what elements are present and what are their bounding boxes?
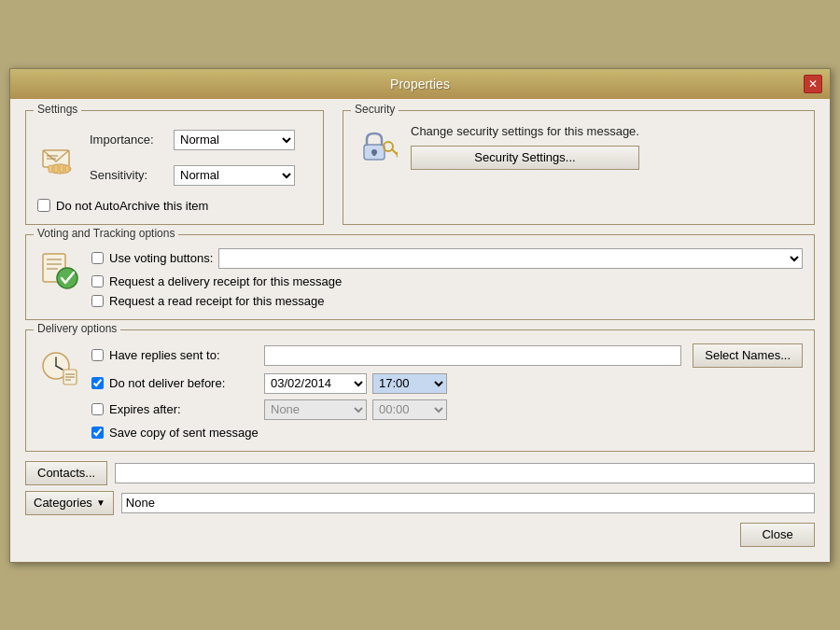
- importance-select[interactable]: Normal Low High: [174, 130, 295, 150]
- footer: Close: [25, 515, 815, 547]
- voting-buttons-select[interactable]: [218, 248, 803, 269]
- voting-select-wrap: [218, 248, 803, 269]
- security-group: Security: [343, 110, 815, 225]
- have-replies-row: Have replies sent to: Select Names...: [91, 343, 803, 368]
- read-receipt-checkbox[interactable]: [91, 295, 104, 307]
- expires-label: Expires after:: [109, 402, 259, 416]
- svg-rect-3: [54, 164, 58, 173]
- save-copy-checkbox[interactable]: [91, 427, 104, 439]
- close-button[interactable]: Close: [740, 523, 815, 547]
- voting-group: Voting and Tracking options: [25, 234, 815, 320]
- voting-legend: Voting and Tracking options: [34, 227, 178, 240]
- settings-inner: Importance: Normal Low High Sensitivity:…: [37, 119, 312, 191]
- autoarchive-checkbox[interactable]: [37, 199, 50, 212]
- categories-dropdown-arrow: ▼: [96, 497, 105, 508]
- settings-fields: Importance: Normal Low High Sensitivity:…: [90, 124, 295, 191]
- do-not-deliver-checkbox[interactable]: [91, 377, 104, 389]
- svg-rect-10: [373, 152, 376, 156]
- security-settings-button[interactable]: Security Settings...: [411, 146, 639, 170]
- svg-point-19: [57, 268, 77, 288]
- delivery-receipt-label: Request a delivery receipt for this mess…: [109, 274, 342, 288]
- delivery-icon: [37, 343, 82, 388]
- security-icon: [355, 124, 399, 169]
- do-not-deliver-date[interactable]: 03/02/2014: [264, 373, 367, 394]
- use-voting-checkbox[interactable]: [91, 252, 104, 264]
- settings-legend: Settings: [34, 103, 81, 116]
- have-replies-checkbox[interactable]: [91, 349, 104, 361]
- delivery-legend: Delivery options: [34, 322, 120, 335]
- expires-row: Expires after: None 00:00: [91, 399, 803, 420]
- categories-input[interactable]: [121, 493, 815, 513]
- read-receipt-label: Request a read receipt for this message: [109, 294, 325, 308]
- security-description: Change security settings for this messag…: [411, 124, 639, 138]
- categories-row: Categories ▼: [25, 491, 815, 515]
- delivery-options: Have replies sent to: Select Names... Do…: [91, 343, 803, 440]
- voting-inner: Use voting buttons: Request a delivery r…: [37, 243, 803, 308]
- categories-button-label: Categories: [34, 496, 92, 510]
- close-icon[interactable]: ✕: [804, 75, 822, 93]
- autoarchive-row: Do not AutoArchive this item: [37, 199, 312, 213]
- title-bar: Properties ✕: [10, 69, 830, 99]
- contacts-input[interactable]: [115, 463, 815, 483]
- have-replies-input[interactable]: [264, 345, 681, 366]
- sensitivity-select[interactable]: Normal Personal Private Confidential: [174, 165, 295, 186]
- svg-rect-4: [60, 164, 63, 173]
- expires-date-select[interactable]: None: [264, 399, 367, 420]
- sensitivity-label: Sensitivity:: [90, 168, 174, 182]
- sensitivity-row: Sensitivity: Normal Personal Private Con…: [90, 165, 295, 186]
- security-inner: Change security settings for this messag…: [355, 119, 803, 170]
- contacts-button[interactable]: Contacts...: [25, 461, 107, 485]
- security-text-area: Change security settings for this messag…: [411, 124, 639, 170]
- voting-options: Use voting buttons: Request a delivery r…: [91, 248, 803, 308]
- security-legend: Security: [351, 103, 399, 116]
- use-voting-label: Use voting buttons:: [109, 251, 213, 265]
- read-receipt-row: Request a read receipt for this message: [91, 294, 803, 308]
- delivery-receipt-checkbox[interactable]: [91, 275, 104, 287]
- importance-label: Importance:: [90, 133, 174, 147]
- expires-time-select[interactable]: 00:00: [372, 399, 447, 420]
- delivery-group: Delivery options: [25, 329, 815, 452]
- svg-rect-2: [49, 165, 52, 173]
- have-replies-label: Have replies sent to:: [109, 348, 259, 362]
- settings-group: Settings: [25, 110, 324, 225]
- select-names-button[interactable]: Select Names...: [693, 343, 803, 368]
- top-row: Settings: [25, 110, 815, 225]
- delivery-receipt-row: Request a delivery receipt for this mess…: [91, 274, 803, 288]
- categories-button[interactable]: Categories ▼: [25, 491, 114, 515]
- delivery-inner: Have replies sent to: Select Names... Do…: [37, 338, 803, 440]
- save-copy-label: Save copy of sent message: [109, 426, 259, 440]
- properties-dialog: Properties ✕ Settings: [9, 68, 831, 563]
- expires-checkbox[interactable]: [91, 403, 104, 415]
- do-not-deliver-time[interactable]: 17:00: [372, 373, 447, 394]
- contacts-row: Contacts...: [25, 461, 815, 485]
- autoarchive-label: Do not AutoArchive this item: [56, 199, 208, 213]
- dialog-content: Settings: [10, 99, 830, 562]
- do-not-deliver-label: Do not deliver before:: [109, 376, 259, 390]
- dialog-title: Properties: [36, 77, 804, 91]
- voting-icon: [37, 248, 82, 293]
- voting-buttons-row: Use voting buttons:: [91, 248, 803, 269]
- importance-row: Importance: Normal Low High: [90, 130, 295, 150]
- do-not-deliver-row: Do not deliver before: 03/02/2014 17:00: [91, 373, 803, 394]
- settings-icon: [37, 135, 82, 180]
- save-copy-row: Save copy of sent message: [91, 426, 803, 440]
- svg-rect-5: [65, 165, 69, 173]
